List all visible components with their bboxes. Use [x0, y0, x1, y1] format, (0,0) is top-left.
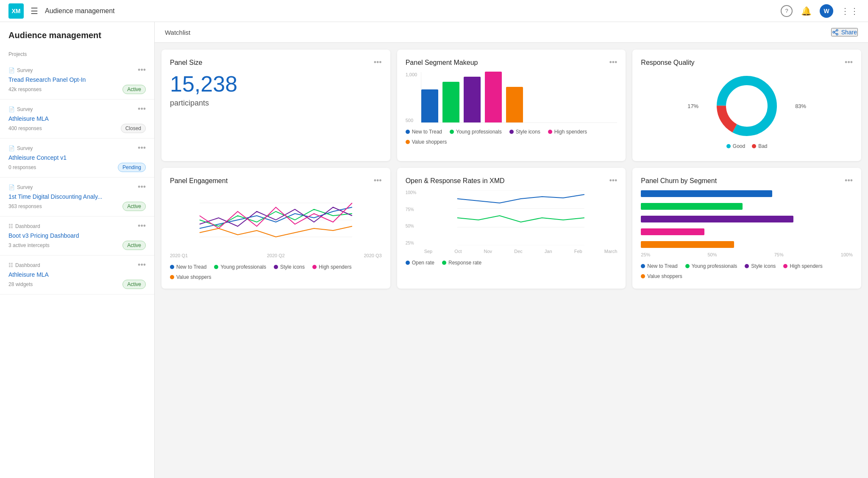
legend-dot	[312, 265, 317, 269]
legend-dot	[783, 264, 787, 268]
item-menu-dots[interactable]: •••	[138, 222, 146, 231]
y-label-75: 75%	[406, 207, 421, 212]
legend-value-shoppers: Value shoppers	[406, 139, 447, 145]
card-menu-dots[interactable]: •••	[609, 176, 617, 185]
svg-point-1	[833, 31, 835, 33]
y-label-50: 50%	[406, 224, 421, 228]
item-name[interactable]: Athleisure MLA	[8, 271, 146, 278]
legend-response-rate: Response rate	[442, 260, 481, 266]
panel-size-number: 15,238	[170, 72, 382, 96]
item-responses: 400 responses	[8, 125, 42, 131]
survey-icon: 📄	[8, 67, 15, 73]
help-icon[interactable]: ?	[781, 5, 793, 17]
status-badge: Active	[122, 85, 146, 94]
card-title: Panel Size	[170, 59, 203, 67]
item-name[interactable]: Tread Research Panel Opt-In	[8, 76, 146, 83]
item-responses: 363 responses	[8, 203, 42, 209]
item-name[interactable]: 1st Time Digital Discounting Analy...	[8, 193, 146, 200]
bar-new-to-tread	[421, 89, 438, 122]
panel-size-card: Panel Size ••• 15,238 participants	[161, 50, 390, 161]
item-menu-dots[interactable]: •••	[138, 183, 146, 192]
legend-young-professionals: Young professionals	[214, 264, 266, 270]
status-badge: Pending	[118, 163, 146, 172]
dashboard-icon: ☷	[8, 262, 13, 268]
legend-dot	[442, 261, 446, 265]
item-name[interactable]: Boot v3 Pricing Dashboard	[8, 232, 146, 239]
sidebar: Audience management Projects 📄 Survey ••…	[0, 22, 155, 478]
legend-high-spenders: High spenders	[548, 129, 587, 135]
x-label-50: 50%	[708, 252, 717, 257]
churn-bar-new-to-tread	[641, 190, 853, 197]
item-name[interactable]: Athleisure MLA	[8, 115, 146, 122]
sidebar-item-boot-v3[interactable]: ☷ Dashboard ••• Boot v3 Pricing Dashboar…	[0, 217, 154, 256]
bell-icon[interactable]: 🔔	[800, 5, 812, 17]
sidebar-item-athleisure-mla[interactable]: 📄 Survey ••• Athleisure MLA 400 response…	[0, 100, 154, 139]
sidebar-item-type: 📄 Survey	[8, 67, 33, 73]
avatar[interactable]: W	[820, 4, 833, 18]
x-label-q2: 2020 Q2	[267, 253, 285, 258]
xm-logo[interactable]: XM	[8, 3, 24, 19]
svg-line-4	[834, 31, 836, 32]
card-menu-dots[interactable]: •••	[845, 176, 853, 185]
legend-dot	[170, 265, 174, 269]
churn-bar-young-professionals	[641, 203, 853, 210]
legend-style-icons: Style icons	[745, 263, 776, 269]
card-menu-dots[interactable]: •••	[609, 58, 617, 67]
legend-dot	[406, 130, 410, 134]
share-button[interactable]: Share	[831, 28, 858, 36]
legend-dot	[170, 275, 174, 279]
legend-new-to-tread: New to Tread	[641, 263, 677, 269]
engagement-line-chart	[170, 190, 382, 250]
engagement-x-labels: 2020 Q1 2020 Q2 2020 Q3	[170, 253, 382, 258]
survey-icon: 📄	[8, 106, 15, 112]
bad-pct-label: 17%	[687, 103, 698, 109]
card-title: Open & Response Rates in XMD	[406, 177, 505, 185]
item-menu-dots[interactable]: •••	[138, 144, 146, 153]
item-menu-dots[interactable]: •••	[138, 261, 146, 270]
hamburger-menu[interactable]: ☰	[31, 6, 38, 16]
x-label-q3: 2020 Q3	[364, 253, 381, 258]
sidebar-item-athleisure-mla-dash[interactable]: ☷ Dashboard ••• Athleisure MLA 28 widget…	[0, 256, 154, 295]
card-menu-dots[interactable]: •••	[374, 176, 382, 185]
panel-churn-card: Panel Churn by Segment •••	[632, 168, 861, 289]
card-title: Response Quality	[641, 59, 694, 67]
churn-legend: New to Tread Young professionals Style i…	[641, 263, 853, 279]
sidebar-section-projects: Projects	[0, 47, 154, 61]
item-name[interactable]: Athleisure Concept v1	[8, 154, 146, 161]
svg-line-3	[834, 33, 836, 34]
bar-value-shoppers	[506, 87, 523, 122]
card-menu-dots[interactable]: •••	[374, 58, 382, 67]
x-label-jan: Jan	[545, 249, 552, 254]
y-label-100: 100%	[406, 190, 421, 195]
panel-engagement-card: Panel Engagement •••	[161, 168, 390, 289]
churn-bar-high-spenders	[641, 228, 853, 235]
sidebar-item-1st-time-digital[interactable]: 📄 Survey ••• 1st Time Digital Discountin…	[0, 178, 154, 217]
item-responses: 28 widgets	[8, 281, 33, 287]
legend-dot	[752, 144, 756, 148]
response-quality-card: Response Quality ••• 17%	[632, 50, 861, 161]
open-response-x-labels: Sep Oct Nov Dec Jan Feb March	[424, 249, 618, 254]
sidebar-item-type: ☷ Dashboard	[8, 262, 40, 268]
legend-dot	[274, 265, 278, 269]
top-nav: XM ☰ Audience management ? 🔔 W ⋮⋮	[0, 0, 868, 22]
watchlist-title: Watchlist	[165, 29, 190, 36]
status-badge: Active	[122, 241, 146, 250]
item-menu-dots[interactable]: •••	[138, 66, 146, 75]
legend-high-spenders: High spenders	[312, 264, 351, 270]
x-label-nov: Nov	[484, 249, 492, 254]
nav-title: Audience management	[45, 7, 774, 15]
sidebar-item-athleisure-concept[interactable]: 📄 Survey ••• Athleisure Concept v1 0 res…	[0, 139, 154, 178]
x-label-march: March	[604, 249, 618, 254]
item-menu-dots[interactable]: •••	[138, 105, 146, 114]
watchlist-bar: Watchlist Share	[155, 22, 868, 43]
donut-legend: Good Bad	[726, 143, 768, 149]
apps-grid-icon[interactable]: ⋮⋮	[841, 6, 860, 16]
card-title: Panel Engagement	[170, 177, 228, 185]
card-title: Panel Segment Makeup	[406, 59, 478, 67]
legend-dot	[641, 274, 645, 278]
open-response-rates-card: Open & Response Rates in XMD ••• 100% 75…	[397, 168, 626, 289]
x-label-75: 75%	[774, 252, 784, 257]
sidebar-item-tread-research[interactable]: 📄 Survey ••• Tread Research Panel Opt-In…	[0, 61, 154, 100]
survey-icon: 📄	[8, 145, 15, 151]
card-menu-dots[interactable]: •••	[845, 58, 853, 67]
